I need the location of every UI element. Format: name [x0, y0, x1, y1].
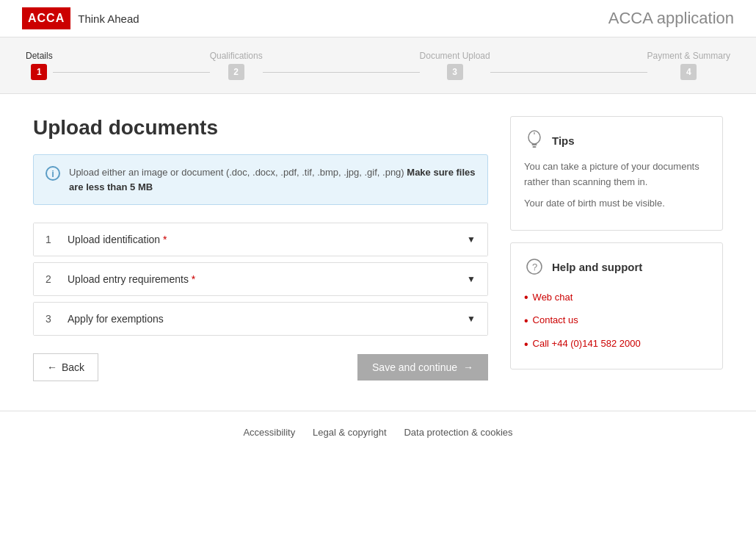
step-4: Payment & Summary 4 [647, 51, 730, 80]
accordion-item-2: 2 Upload entry requirements * ▼ [33, 262, 488, 296]
save-continue-button[interactable]: Save and continue → [357, 354, 488, 381]
footer: Accessibility Legal & copyright Data pro… [0, 411, 756, 453]
accordion-label-2: Upload entry requirements * [68, 273, 467, 285]
tips-title: Tips [552, 134, 575, 147]
help-body: • Web chat • Contact us • Call +44 (0)14… [524, 286, 709, 356]
forward-arrow-icon: → [463, 361, 473, 373]
tips-line-2: Your date of birth must be visible. [524, 196, 709, 212]
back-arrow-icon: ← [47, 361, 57, 373]
help-link-webchat: • Web chat [524, 286, 709, 309]
contact-link[interactable]: Contact us [533, 313, 578, 328]
step-3-label: Document Upload [420, 51, 490, 61]
tips-card: Tips You can take a picture of your docu… [510, 116, 723, 231]
app-header: ACCA Think Ahead ACCA application [0, 0, 756, 37]
footer-accessibility[interactable]: Accessibility [243, 427, 295, 438]
connector-1-2 [53, 72, 210, 73]
step-1-label: Details [26, 51, 53, 61]
accordion-item-3: 3 Apply for exemptions ▼ [33, 302, 488, 336]
accordion-arrow-2: ▼ [467, 274, 476, 284]
svg-rect-1 [532, 144, 537, 145]
button-row: ← Back Save and continue → [33, 353, 488, 381]
left-panel: Upload documents i Upload either an imag… [33, 116, 488, 381]
info-box: i Upload either an image or document (.d… [33, 154, 488, 205]
accordion-label-3: Apply for exemptions [68, 313, 467, 325]
tips-line-1: You can take a picture of your documents… [524, 159, 709, 190]
bullet-3: • [524, 335, 528, 354]
bullet-1: • [524, 288, 528, 307]
tips-body: You can take a picture of your documents… [524, 159, 709, 211]
help-link-contact: • Contact us [524, 309, 709, 333]
accordion-number-2: 2 [46, 273, 68, 285]
acca-logo: ACCA [22, 7, 70, 29]
info-icon: i [46, 166, 60, 181]
help-title: Help and support [552, 261, 642, 273]
accordion-item-1: 1 Upload identification * ▼ [33, 223, 488, 256]
main-content: Upload documents i Upload either an imag… [11, 116, 745, 381]
logo-area: ACCA Think Ahead [22, 7, 139, 29]
svg-text:?: ? [532, 262, 537, 273]
connector-2-3 [263, 72, 420, 73]
help-card: ? Help and support • Web chat • Contact … [510, 242, 723, 369]
required-marker-1: * [160, 234, 167, 245]
required-marker-2: * [189, 273, 195, 285]
bullet-2: • [524, 311, 528, 331]
webchat-link[interactable]: Web chat [533, 290, 573, 306]
accordion-number-1: 1 [46, 234, 68, 245]
connector-3-4 [490, 72, 647, 73]
accordion-arrow-3: ▼ [467, 314, 476, 324]
tips-card-header: Tips [524, 130, 709, 151]
step-1: Details 1 [26, 51, 53, 80]
accordion-header-2[interactable]: 2 Upload entry requirements * ▼ [34, 263, 487, 295]
step-3: Document Upload 3 [420, 51, 490, 80]
svg-rect-2 [533, 146, 537, 148]
info-text: Upload either an image or document (.doc… [69, 165, 476, 194]
back-button[interactable]: ← Back [33, 353, 98, 381]
footer-legal[interactable]: Legal & copyright [313, 427, 386, 438]
footer-data-protection[interactable]: Data protection & cookies [404, 427, 512, 438]
accordion-header-1[interactable]: 1 Upload identification * ▼ [34, 223, 487, 256]
help-link-phone: • Call +44 (0)141 582 2000 [524, 333, 709, 356]
help-card-header: ? Help and support [524, 256, 709, 277]
step-2-circle: 2 [228, 64, 244, 80]
right-panel: Tips You can take a picture of your docu… [510, 116, 723, 381]
step-2: Qualifications 2 [210, 51, 263, 80]
step-2-label: Qualifications [210, 51, 263, 61]
step-4-circle: 4 [680, 64, 697, 80]
step-1-circle: 1 [31, 64, 47, 80]
progress-bar: Details 1 Qualifications 2 Document Uplo… [0, 37, 756, 94]
lightbulb-icon [524, 130, 545, 151]
step-3-circle: 3 [447, 64, 463, 80]
help-links-list: • Web chat • Contact us • Call +44 (0)14… [524, 286, 709, 356]
accordion-arrow-1: ▼ [467, 234, 476, 245]
phone-link[interactable]: Call +44 (0)141 582 2000 [533, 336, 641, 352]
accordion-label-1: Upload identification * [68, 234, 467, 245]
step-4-label: Payment & Summary [647, 51, 730, 61]
page-title: Upload documents [33, 116, 488, 140]
accordion-number-3: 3 [46, 313, 68, 325]
question-icon: ? [524, 256, 545, 277]
tagline: Think Ahead [78, 12, 139, 25]
app-title: ACCA application [608, 9, 734, 28]
accordion-header-3[interactable]: 3 Apply for exemptions ▼ [34, 303, 487, 335]
